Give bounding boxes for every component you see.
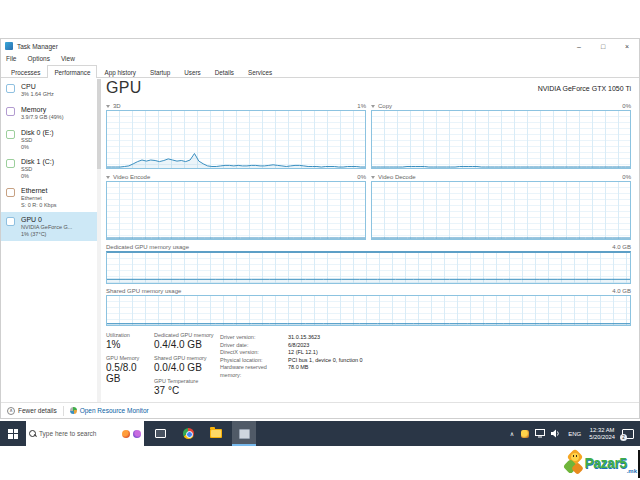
sidebar-item-memory[interactable]: Memory 3.9/7.9 GB (49%) (1, 102, 101, 125)
tray-app-icon[interactable] (521, 430, 529, 438)
stat-value-shared-memory: 0.0/4.0 GB (154, 362, 218, 373)
detail-label: Physical location: (220, 357, 288, 365)
taskbar-search[interactable]: Type here to search (26, 421, 144, 446)
close-button[interactable]: × (615, 39, 639, 53)
detail-value: 6/8/2023 (288, 342, 309, 350)
ethernet-mini-graph-icon (6, 188, 15, 197)
chart-current-value: 1% (357, 103, 366, 109)
video-decode-chart[interactable] (371, 181, 631, 240)
driver-details: Driver version:31.0.15.3623 Driver date:… (220, 334, 450, 379)
sidebar-item-ethernet[interactable]: Ethernet Ethernet S: 0 R: 0 Kbps (1, 183, 101, 212)
menu-file[interactable]: File (6, 55, 16, 62)
resource-monitor-icon (70, 407, 77, 414)
stat-label: GPU Temperature (154, 378, 218, 384)
chart-title: Shared GPU memory usage (106, 288, 181, 294)
shared-memory-chart[interactable] (106, 295, 631, 326)
window-footer: ∧ Fewer details Open Resource Monitor (1, 402, 639, 418)
disk-mini-graph-icon (6, 130, 15, 139)
search-placeholder: Type here to search (39, 430, 119, 437)
memory-mini-graph-icon (6, 107, 15, 116)
chart-current-value: 0% (622, 174, 631, 180)
detail-value: 78.0 MB (288, 364, 308, 379)
task-manager-app-icon (5, 42, 13, 50)
minimize-button[interactable]: – (567, 39, 591, 53)
chart-label-video-decode: Video Decode 0% (371, 174, 631, 180)
tab-app-history[interactable]: App history (97, 65, 143, 78)
chart-max-value: 4.0 GB (612, 244, 631, 250)
search-highlight-icon[interactable] (122, 430, 130, 438)
stat-label: Shared GPU memory (154, 355, 218, 361)
action-center-icon[interactable]: 2 (622, 429, 634, 439)
chevron-down-icon (106, 105, 110, 108)
chart-title: Dedicated GPU memory usage (106, 244, 189, 250)
tab-services[interactable]: Services (241, 65, 279, 78)
chart-title: Video Encode (113, 174, 150, 180)
scrollbar-thumb[interactable] (97, 79, 101, 169)
cpu-mini-graph-icon (6, 84, 15, 93)
sidebar-scrollbar[interactable] (97, 79, 101, 402)
fewer-details-label: Fewer details (18, 407, 57, 414)
resource-monitor-label: Open Resource Monitor (80, 407, 149, 414)
fewer-details-button[interactable]: ∧ Fewer details (7, 407, 57, 415)
stat-label: Utilization (106, 332, 152, 338)
tab-bar: Processes Performance App history Startu… (1, 64, 639, 78)
chart-title: Copy (378, 103, 392, 109)
menu-options[interactable]: Options (27, 55, 49, 62)
task-manager-window: Task Manager – □ × File Options View Pro… (0, 38, 640, 419)
task-view-icon (155, 429, 166, 438)
tab-startup[interactable]: Startup (143, 65, 177, 78)
gpu-copy-chart[interactable] (371, 110, 631, 169)
task-manager-taskbar-button[interactable] (232, 421, 256, 446)
sidebar-item-cpu[interactable]: CPU 3% 1.64 GHz (1, 79, 101, 102)
sidebar-item-title: Ethernet (21, 187, 97, 195)
sidebar-item-detail: 3% 1.64 GHz (21, 91, 97, 98)
video-encode-chart[interactable] (106, 181, 366, 240)
network-icon[interactable] (535, 429, 545, 438)
gpu-detail-pane: GPU NVIDIA GeForce GTX 1050 Ti 3D 1% Cop… (106, 79, 632, 402)
detail-label: Hardware reserved memory: (220, 364, 288, 379)
sidebar-item-gpu0[interactable]: GPU 0 NVIDIA GeForce G... 1% (37°C) (1, 212, 101, 241)
show-hidden-icons-button[interactable]: ∧ (506, 430, 518, 437)
dedicated-memory-chart[interactable] (106, 251, 631, 284)
menu-view[interactable]: View (61, 55, 75, 62)
sidebar-item-detail: 3.9/7.9 GB (49%) (21, 114, 97, 121)
title-bar[interactable]: Task Manager – □ × (1, 39, 639, 53)
tray-date: 5/20/2024 (589, 434, 615, 441)
task-manager-icon (239, 429, 250, 439)
page-title: GPU (106, 79, 142, 97)
language-indicator[interactable]: ENG (564, 431, 585, 437)
detail-value: PCI bus 1, device 0, function 0 (288, 357, 363, 365)
stat-label: GPU Memory (106, 355, 152, 361)
sidebar-item-title: Disk 1 (C:) (21, 158, 97, 166)
sidebar-item-detail: 0% (21, 144, 97, 151)
speaker-icon[interactable] (551, 429, 561, 438)
chart-max-value: 4.0 GB (612, 288, 631, 294)
window-controls: – □ × (567, 39, 639, 53)
sidebar-item-detail: S: 0 R: 0 Kbps (21, 202, 97, 209)
search-highlight-icon[interactable] (133, 430, 141, 438)
tab-users[interactable]: Users (177, 65, 207, 78)
maximize-button[interactable]: □ (591, 39, 615, 53)
file-explorer-taskbar-button[interactable] (204, 421, 228, 446)
notification-badge: 2 (620, 434, 627, 441)
divider (63, 406, 64, 416)
start-button[interactable] (0, 421, 26, 446)
sidebar-item-disk1[interactable]: Disk 1 (C:) SSD 0% (1, 154, 101, 183)
task-view-button[interactable] (148, 421, 172, 446)
gpu-3d-chart[interactable] (106, 110, 366, 169)
gpu-stats: Utilization 1% GPU Memory 0.5/8.0 GB Ded… (106, 332, 632, 402)
sidebar-item-title: GPU 0 (21, 216, 97, 224)
pazar5-watermark: Pazar5 .mk (563, 448, 638, 478)
sidebar-item-disk0[interactable]: Disk 0 (E:) SSD 0% (1, 125, 101, 154)
detail-label: Driver version: (220, 334, 288, 342)
sidebar-item-detail: 1% (37°C) (21, 231, 97, 238)
taskbar-clock[interactable]: 12:32 AM 5/20/2024 (585, 427, 619, 441)
sidebar-item-title: CPU (21, 83, 97, 91)
chrome-taskbar-button[interactable] (176, 421, 200, 446)
detail-value: 12 (FL 12.1) (288, 349, 318, 357)
tab-details[interactable]: Details (208, 65, 241, 78)
tab-processes[interactable]: Processes (4, 65, 47, 78)
open-resource-monitor-link[interactable]: Open Resource Monitor (70, 407, 149, 414)
gpu-mini-graph-icon (6, 217, 15, 226)
tab-performance[interactable]: Performance (47, 65, 97, 78)
